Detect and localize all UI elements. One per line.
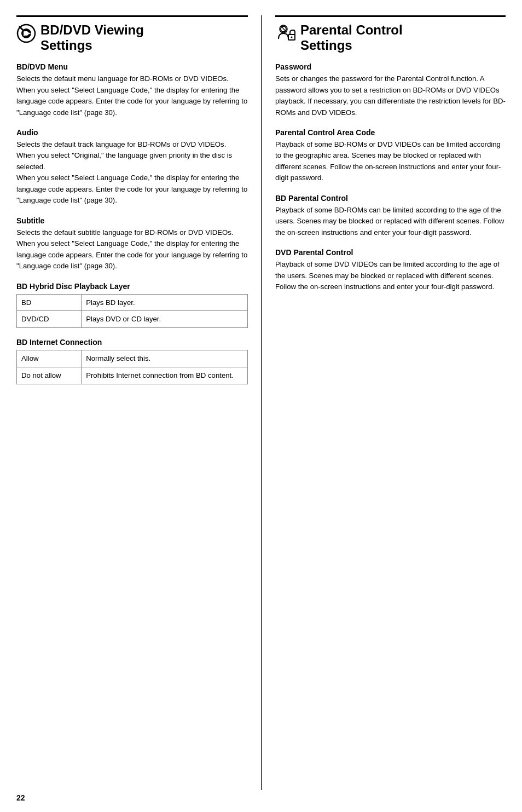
do-not-allow-desc: Prohibits Internet connection from BD co… (82, 367, 248, 384)
internet-connection-table: Allow Normally select this. Do not allow… (16, 350, 248, 384)
bd-parental-control-title: BD Parental Control (275, 194, 506, 203)
hybrid-dvdcd-label: DVD/CD (17, 311, 82, 328)
page: BD/DVD Viewing Settings BD/DVD Menu Sele… (0, 0, 522, 812)
table-row: DVD/CD Plays DVD or CD layer. (17, 311, 248, 328)
hybrid-disc-title: BD Hybrid Disc Playback Layer (16, 282, 248, 291)
right-section-title: Parental Control Settings (300, 22, 403, 53)
hybrid-dvdcd-desc: Plays DVD or CD layer. (82, 311, 248, 328)
dvd-parental-control-body: Playback of some DVD VIDEOs can be limit… (275, 259, 506, 292)
internet-connection-section: BD Internet Connection Allow Normally se… (16, 338, 248, 384)
bd-parental-control-section: BD Parental Control Playback of some BD-… (275, 194, 506, 238)
hybrid-bd-label: BD (17, 294, 82, 311)
do-not-allow-label: Do not allow (17, 367, 82, 384)
left-column: BD/DVD Viewing Settings BD/DVD Menu Sele… (16, 15, 261, 790)
dvd-parental-control-section: DVD Parental Control Playback of some DV… (275, 248, 506, 292)
password-section: Password Sets or changes the password fo… (275, 62, 506, 118)
password-body: Sets or changes the password for the Par… (275, 73, 506, 118)
audio-section: Audio Selects the default track language… (16, 128, 248, 206)
page-number: 22 (16, 793, 25, 802)
hybrid-bd-desc: Plays BD layer. (82, 294, 248, 311)
allow-label: Allow (17, 350, 82, 367)
bd-dvd-menu-section: BD/DVD Menu Selects the default menu lan… (16, 62, 248, 118)
left-section-header: BD/DVD Viewing Settings (16, 15, 248, 53)
parental-area-code-section: Parental Control Area Code Playback of s… (275, 128, 506, 184)
bd-dvd-menu-title: BD/DVD Menu (16, 62, 248, 71)
svg-point-7 (291, 37, 293, 38)
parental-control-icon (275, 24, 296, 47)
bd-dvd-icon (16, 24, 36, 46)
hybrid-disc-table: BD Plays BD layer. DVD/CD Plays DVD or C… (16, 294, 248, 329)
subtitle-body: Selects the default subtitle language fo… (16, 227, 248, 272)
allow-desc: Normally select this. (82, 350, 248, 367)
table-row: Allow Normally select this. (17, 350, 248, 367)
bd-dvd-menu-body: Selects the default menu language for BD… (16, 73, 248, 118)
bd-parental-control-body: Playback of some BD-ROMs can be limited … (275, 205, 506, 238)
dvd-parental-control-title: DVD Parental Control (275, 248, 506, 257)
subtitle-section: Subtitle Selects the default subtitle la… (16, 216, 248, 272)
right-section-header: Parental Control Settings (275, 15, 506, 53)
audio-title: Audio (16, 128, 248, 137)
left-section-title: BD/DVD Viewing Settings (40, 22, 144, 53)
internet-connection-title: BD Internet Connection (16, 338, 248, 347)
audio-body: Selects the default track language for B… (16, 139, 248, 206)
svg-line-4 (19, 26, 24, 31)
hybrid-disc-section: BD Hybrid Disc Playback Layer BD Plays B… (16, 282, 248, 329)
table-row: Do not allow Prohibits Internet connecti… (17, 367, 248, 384)
parental-area-code-body: Playback of some BD-ROMs or DVD VIDEOs c… (275, 139, 506, 184)
table-row: BD Plays BD layer. (17, 294, 248, 311)
right-column: Parental Control Settings Password Sets … (261, 15, 506, 790)
subtitle-title: Subtitle (16, 216, 248, 225)
parental-area-code-title: Parental Control Area Code (275, 128, 506, 137)
password-title: Password (275, 62, 506, 71)
